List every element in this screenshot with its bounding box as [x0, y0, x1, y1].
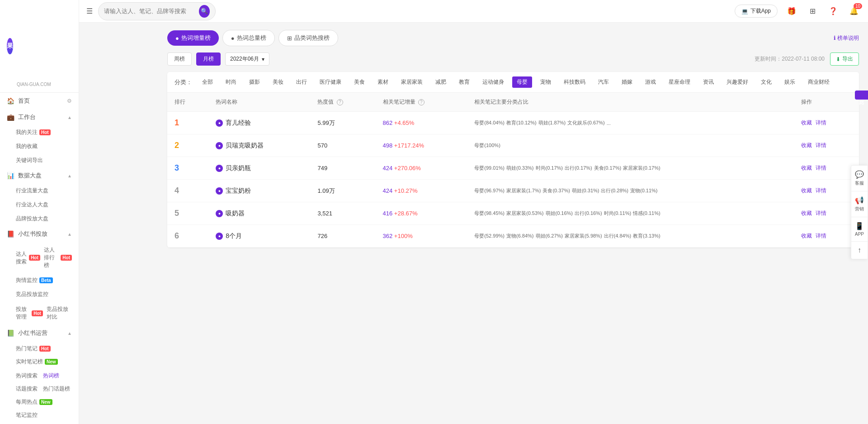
notification-button[interactable]: 🔔 10	[847, 5, 861, 18]
gift-button[interactable]: 🎁	[785, 5, 798, 18]
sidebar-item-xhs-ops[interactable]: 📗 小红书运营 ▲	[0, 325, 79, 341]
cat-business[interactable]: 商业财经	[803, 76, 834, 88]
sidebar-sub-kol-search[interactable]: 达人搜索 Hot	[16, 244, 40, 271]
action-收藏[interactable]: 收藏	[801, 142, 812, 149]
cat-home[interactable]: 家居家装	[396, 76, 427, 88]
cat-car[interactable]: 汽车	[594, 76, 613, 88]
sidebar-sub-hot-notes[interactable]: 热门笔记 Hot	[16, 343, 51, 354]
download-app-button[interactable]: 💻 下载App	[735, 5, 778, 18]
cat-photo[interactable]: 摄影	[245, 76, 264, 88]
date-select[interactable]: 2022年06月 ▾	[225, 52, 269, 66]
cat-horoscope[interactable]: 星座命理	[664, 76, 695, 88]
action-收藏[interactable]: 收藏	[801, 210, 812, 217]
cat-edu[interactable]: 教育	[454, 76, 474, 88]
cat-news[interactable]: 资讯	[698, 76, 718, 88]
cat-medical[interactable]: 医疗健康	[315, 76, 346, 88]
cat-fashion[interactable]: 时尚	[221, 76, 241, 88]
sidebar-item-xhs-invest[interactable]: 📕 小红书投放 ▲	[0, 226, 79, 242]
cat-game[interactable]: 游戏	[641, 76, 660, 88]
rank-cell: 4	[167, 180, 208, 202]
export-button[interactable]: ⬇ 导出	[830, 52, 859, 66]
search-input[interactable]	[104, 8, 196, 14]
float-bar-customer-service[interactable]: 💬 客服	[851, 166, 868, 191]
action-cell: 收藏详情	[794, 134, 859, 157]
sidebar-sub-keyword-export[interactable]: 关键词导出	[0, 153, 79, 167]
rank-explain-link[interactable]: ℹ 榜单说明	[834, 34, 859, 42]
sidebar-item-workbench[interactable]: 💼 工作台 ▲	[0, 109, 79, 125]
settings-icon[interactable]: ⚙	[67, 98, 72, 104]
action-详情[interactable]: 详情	[816, 142, 826, 149]
sidebar-sub-kol-rank[interactable]: 达人排行榜 Hot	[44, 244, 72, 271]
cat-pet[interactable]: 宠物	[536, 76, 556, 88]
search-button[interactable]: 🔍	[199, 5, 210, 18]
sidebar-sub-industry-flow[interactable]: 行业流量大盘	[0, 184, 79, 198]
th-keyword: 热词名称	[208, 93, 310, 112]
menu-icon[interactable]: ☰	[86, 7, 93, 15]
cat-travel[interactable]: 出行	[292, 76, 311, 88]
cat-mother[interactable]: 母婴	[512, 76, 532, 88]
period-weekly-btn[interactable]: 周榜	[167, 52, 192, 66]
action-收藏[interactable]: 收藏	[801, 164, 812, 172]
sidebar-sub-opinion[interactable]: 舆情监控 Beta	[0, 273, 79, 287]
cat-culture[interactable]: 文化	[756, 76, 776, 88]
data-icon: 📊	[7, 172, 14, 179]
sidebar-sub-hot-word-rank[interactable]: 热词榜	[43, 370, 59, 381]
sidebar-sub-topic-search[interactable]: 话题搜索	[16, 383, 38, 395]
float-bar-marketing[interactable]: 📢 营销	[851, 191, 868, 217]
action-收藏[interactable]: 收藏	[801, 119, 812, 127]
sidebar-label-xhs-ops: 小红书运营	[18, 329, 67, 337]
cat-wedding[interactable]: 婚嫁	[617, 76, 637, 88]
action-收藏[interactable]: 收藏	[801, 232, 812, 240]
cat-hobby[interactable]: 兴趣爱好	[722, 76, 753, 88]
action-收藏[interactable]: 收藏	[801, 187, 812, 195]
cat-material[interactable]: 素材	[373, 76, 393, 88]
sidebar-item-home[interactable]: 🏠 首页 ⚙	[0, 93, 79, 109]
sidebar-sub-hot-word-search[interactable]: 热词搜索	[16, 370, 38, 381]
tab-hot-total[interactable]: ● 热词总量榜	[222, 30, 275, 46]
float-bar-app[interactable]: 📱 APP	[851, 217, 868, 242]
period-monthly-btn[interactable]: 月榜	[196, 52, 221, 66]
float-bar-top[interactable]: ↑	[851, 242, 868, 259]
cat-entertainment[interactable]: 娱乐	[780, 76, 800, 88]
table-row: 1●育儿经验5.99万862 +4.65%母婴(84.04%)教育(10.12%…	[167, 112, 859, 134]
app-icon: 📱	[855, 222, 864, 230]
cat-food[interactable]: 美食	[349, 76, 369, 88]
sidebar-sub-weekly-hot[interactable]: 每周热点 New	[16, 396, 52, 408]
sidebar-sub-invest-manage[interactable]: 投放管理 Hot	[16, 304, 43, 323]
sidebar-sub-my-follow[interactable]: 我的关注 Hot	[0, 125, 79, 139]
sidebar-sub-industry-kol[interactable]: 行业达人大盘	[0, 198, 79, 212]
keyword-cell: ●贝瑞克吸奶器	[208, 134, 310, 157]
sidebar-sub-hot-topic-rank[interactable]: 热门话题榜	[43, 383, 70, 395]
cat-tech[interactable]: 科技数码	[559, 76, 590, 88]
heat-info-icon[interactable]: ?	[337, 99, 343, 105]
action-详情[interactable]: 详情	[816, 164, 826, 172]
sidebar-sub-brand-placement[interactable]: 品牌投放大盘	[0, 212, 79, 226]
sidebar-sub-competitor-compare[interactable]: 竞品投放对比	[47, 304, 72, 323]
action-详情[interactable]: 详情	[816, 119, 826, 127]
tab-total-icon: ●	[231, 35, 235, 42]
tab-hot-increase[interactable]: ● 热词增量榜	[167, 30, 219, 46]
sidebar-sub-competitor-monitor[interactable]: 竞品投放监控	[0, 287, 79, 301]
grid-icon: ⊞	[810, 7, 816, 15]
help-button[interactable]: ❓	[826, 5, 840, 18]
tag-cell: 母婴(52.99%)宠物(6.84%)萌娃(6.27%)家居家装(5.98%)出…	[467, 225, 794, 248]
cat-all[interactable]: 全部	[198, 76, 217, 88]
grid-button[interactable]: ⊞	[806, 5, 819, 18]
tab-category-hot[interactable]: ⊞ 品类词热搜榜	[278, 30, 338, 46]
topbar-right: 💻 下载App 🎁 ⊞ ❓ 🔔 10	[735, 5, 861, 18]
sidebar-sub-realtime-note[interactable]: 实时笔记榜 New	[16, 356, 58, 367]
action-详情[interactable]: 详情	[816, 232, 826, 240]
tag-cell: 母婴(98.45%)家居家装(0.53%)萌娃(0.16%)出行(0.16%)时…	[467, 202, 794, 225]
sidebar-sub-my-collection[interactable]: 我的收藏	[0, 139, 79, 153]
my-follow-badge: Hot	[39, 129, 51, 135]
cat-diet[interactable]: 减肥	[431, 76, 451, 88]
action-详情[interactable]: 详情	[816, 210, 826, 217]
cat-sport[interactable]: 运动健身	[478, 76, 509, 88]
sidebar-sub-note-monitor[interactable]: 笔记监控	[16, 410, 38, 421]
cat-beauty[interactable]: 美妆	[268, 76, 288, 88]
compare-tab[interactable]: 对比	[855, 91, 868, 100]
sidebar-item-data[interactable]: 📊 数据大盘 ▲	[0, 167, 79, 184]
action-详情[interactable]: 详情	[816, 187, 826, 195]
related-info-icon[interactable]: ?	[418, 99, 425, 105]
customer-service-icon: 💬	[855, 170, 864, 179]
